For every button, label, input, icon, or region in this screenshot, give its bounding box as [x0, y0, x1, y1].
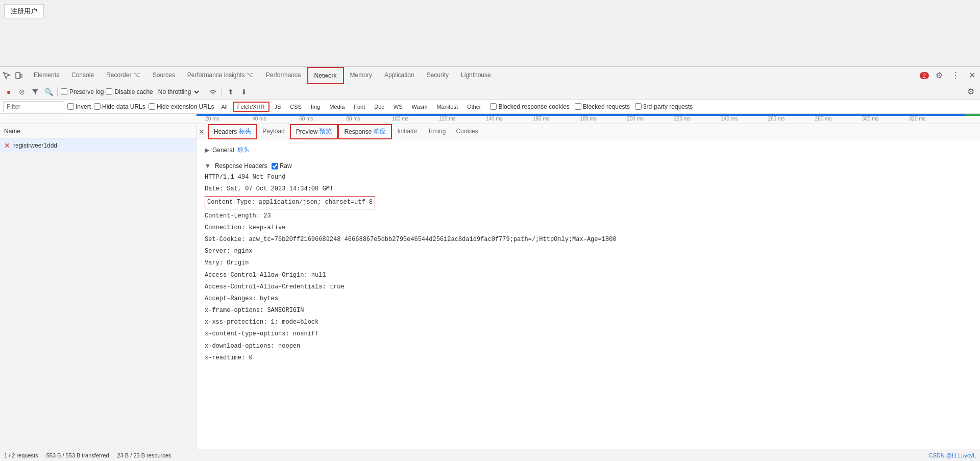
blocked-requests-label[interactable]: Blocked requests: [575, 103, 630, 110]
type-btn-js[interactable]: JS: [271, 102, 285, 112]
tab-memory[interactable]: Memory: [344, 67, 378, 84]
wifi-icon[interactable]: [207, 86, 218, 98]
type-btn-css[interactable]: CSS: [286, 102, 306, 112]
toolbar-sep-2: [204, 87, 204, 96]
request-item[interactable]: ✕ registrweer1ddd: [0, 138, 196, 153]
type-btn-fetch-xhr[interactable]: Fetch/XHR: [233, 102, 270, 112]
error-badge: 2: [920, 72, 929, 79]
throttle-select[interactable]: No throttling Fast 3G Slow 3G: [155, 87, 201, 96]
network-toolbar: ● ⊘ 🔍 Preserve log Disable cache No thro…: [0, 84, 980, 100]
search-icon[interactable]: 🔍: [43, 86, 54, 98]
timeline-tick-8: 160 ms: [533, 116, 550, 122]
tab-console[interactable]: Console: [65, 67, 100, 84]
preserve-log-checkbox[interactable]: [61, 88, 67, 95]
timeline-bar: 20 ms 40 ms 60 ms 80 ms 100 ms 120 ms 14…: [0, 114, 980, 124]
cursor-icon[interactable]: [2, 71, 11, 80]
timeline-tick-9: 180 ms: [580, 116, 597, 122]
tab-payload[interactable]: Payload: [257, 124, 289, 139]
timeline-tick-10: 200 ms: [627, 116, 644, 122]
invert-checkbox[interactable]: [67, 103, 74, 110]
upload-har-icon[interactable]: [225, 86, 236, 98]
tab-recorder[interactable]: Recorder ⌥: [100, 67, 146, 84]
type-btn-other[interactable]: Other: [463, 102, 485, 112]
timeline-tick-15: 300 ms: [862, 116, 879, 122]
blocked-response-cookies-checkbox[interactable]: [490, 103, 497, 110]
tab-response[interactable]: Response 响应: [338, 124, 392, 139]
hide-data-urls-checkbox-label[interactable]: Hide data URLs: [94, 103, 145, 110]
hide-extension-urls-checkbox[interactable]: [149, 103, 155, 110]
tab-application[interactable]: Application: [378, 67, 421, 84]
toolbar-settings-icon[interactable]: ⚙: [965, 86, 977, 98]
details-tabs: ✕ Headers 标头 Payload Preview 预览 Response…: [197, 124, 980, 139]
svg-rect-0: [16, 72, 20, 79]
response-headers-label: Response Headers: [215, 162, 267, 169]
network-settings-icon[interactable]: ⚙: [965, 86, 977, 98]
status-transferred: 553 B / 553 B transferred: [46, 452, 109, 458]
type-btn-ws[interactable]: WS: [389, 102, 407, 112]
details-close-icon[interactable]: ✕: [199, 128, 205, 136]
type-btn-media[interactable]: Media: [325, 102, 349, 112]
tab-sources[interactable]: Sources: [146, 67, 181, 84]
record-icon[interactable]: ●: [3, 86, 14, 98]
preserve-log-checkbox-label[interactable]: Preserve log: [61, 88, 104, 95]
type-btn-manifest[interactable]: Manifest: [432, 102, 462, 112]
download-har-icon[interactable]: [238, 86, 250, 98]
raw-checkbox[interactable]: [272, 163, 278, 169]
toolbar-sep-1: [57, 87, 58, 96]
general-section-header[interactable]: ▶ General 标头: [205, 143, 972, 156]
svg-rect-1: [20, 74, 22, 78]
tab-cookies[interactable]: Cookies: [451, 124, 483, 139]
tab-security[interactable]: Security: [421, 67, 455, 84]
type-btn-wasm[interactable]: Wasm: [408, 102, 432, 112]
type-btn-font[interactable]: Font: [350, 102, 369, 112]
blocked-requests-checkbox[interactable]: [575, 103, 581, 110]
more-options-icon[interactable]: ⋮: [949, 69, 962, 82]
clear-icon[interactable]: ⊘: [16, 86, 28, 98]
type-btn-doc[interactable]: Doc: [370, 102, 388, 112]
tab-headers[interactable]: Headers 标头: [208, 124, 257, 139]
timeline-tick-3: 60 ms: [299, 116, 313, 122]
device-toolbar-icon[interactable]: [14, 71, 23, 80]
tab-preview[interactable]: Preview 预览: [290, 124, 338, 139]
details-panel: ✕ Headers 标头 Payload Preview 预览 Response…: [197, 124, 980, 449]
hide-data-urls-checkbox[interactable]: [94, 103, 101, 110]
close-devtools-icon[interactable]: ✕: [966, 69, 978, 82]
timeline-tick-6: 120 ms: [439, 116, 456, 122]
tab-performance[interactable]: Performance: [260, 67, 307, 84]
request-name: registrweer1ddd: [13, 142, 57, 149]
disable-cache-checkbox[interactable]: [106, 88, 112, 95]
timeline-tick-4: 80 ms: [346, 116, 360, 122]
tab-lighthouse[interactable]: Lighthouse: [455, 67, 497, 84]
filter-bar: Invert Hide data URLs Hide extension URL…: [0, 100, 980, 114]
header-date: Date: Sat, 07 Oct 2023 14:34:08 GMT: [205, 183, 972, 195]
3rd-party-requests-label[interactable]: 3rd-party requests: [635, 103, 693, 110]
tab-timing[interactable]: Timing: [423, 124, 451, 139]
hide-extension-urls-checkbox-label[interactable]: Hide extension URLs: [149, 103, 214, 110]
3rd-party-requests-checkbox[interactable]: [635, 103, 642, 110]
disable-cache-checkbox-label[interactable]: Disable cache: [106, 88, 153, 95]
tab-network[interactable]: Network: [307, 67, 344, 84]
timeline-tick-12: 240 ms: [721, 116, 738, 122]
devtools-tab-bar: Elements Console Recorder ⌥ Sources Perf…: [0, 67, 980, 84]
invert-checkbox-label[interactable]: Invert: [67, 103, 91, 110]
type-btn-img[interactable]: Img: [307, 102, 324, 112]
filter-input[interactable]: [3, 101, 64, 112]
type-btn-all[interactable]: All: [217, 102, 231, 112]
tab-elements[interactable]: Elements: [28, 67, 65, 84]
raw-checkbox-label[interactable]: Raw: [272, 162, 292, 169]
timeline-progress-blue: [197, 114, 965, 116]
main-content: Name ✕ registrweer1ddd ✕ Headers 标头 Payl…: [0, 124, 980, 449]
settings-icon[interactable]: ⚙: [933, 69, 945, 82]
register-button[interactable]: 注册用户: [4, 4, 44, 18]
filter-icon[interactable]: [30, 86, 41, 98]
response-headers-title[interactable]: ▼ Response Headers Raw: [205, 160, 972, 172]
timeline-tick-11: 220 ms: [674, 116, 691, 122]
requests-list: ✕ registrweer1ddd: [0, 138, 196, 449]
timeline-tick-13: 260 ms: [768, 116, 785, 122]
blocked-response-cookies-label[interactable]: Blocked response cookies: [490, 103, 569, 110]
tab-performance-insights[interactable]: Performance insights ⌥: [181, 67, 260, 84]
tab-initiator[interactable]: Initiator: [392, 124, 422, 139]
requests-header: Name: [0, 124, 196, 138]
general-arrow: ▶: [205, 147, 209, 154]
timeline-tick-2: 40 ms: [252, 116, 266, 122]
